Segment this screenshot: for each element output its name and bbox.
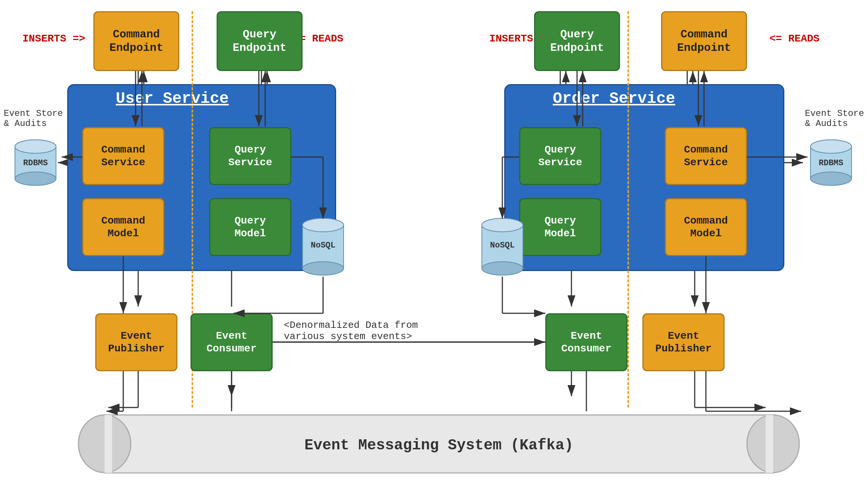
user-command-model: CommandModel bbox=[82, 198, 164, 256]
svg-point-39 bbox=[810, 172, 852, 185]
svg-text:RDBMS: RDBMS bbox=[819, 159, 843, 168]
user-query-model: QueryModel bbox=[209, 198, 291, 256]
order-command-model: CommandModel bbox=[665, 198, 747, 256]
user-rdbms: RDBMS bbox=[11, 138, 60, 189]
order-event-consumer: EventConsumer bbox=[545, 313, 627, 371]
user-query-endpoint: QueryEndpoint bbox=[217, 11, 303, 71]
order-rdbms: RDBMS bbox=[807, 138, 855, 189]
order-reads-label: <= READS bbox=[769, 33, 819, 44]
svg-point-40 bbox=[810, 140, 852, 153]
user-event-consumer: EventConsumer bbox=[190, 313, 273, 371]
user-query-service: QueryService bbox=[209, 127, 291, 185]
order-query-model: QueryModel bbox=[519, 198, 601, 256]
user-command-service: CommandService bbox=[82, 127, 164, 185]
svg-text:RDBMS: RDBMS bbox=[23, 159, 48, 168]
svg-point-44 bbox=[482, 262, 523, 275]
svg-point-34 bbox=[303, 262, 344, 275]
user-nosql: NoSQL bbox=[299, 217, 347, 279]
user-event-publisher: EventPublisher bbox=[95, 313, 177, 371]
user-event-store-label: Event Store& Audits bbox=[4, 108, 63, 129]
svg-point-29 bbox=[15, 172, 56, 185]
order-query-service: QueryService bbox=[519, 127, 601, 185]
denormalized-label: <Denormalized Data fromvarious system ev… bbox=[284, 320, 418, 342]
user-command-endpoint: CommandEndpoint bbox=[93, 11, 179, 71]
svg-point-30 bbox=[15, 140, 56, 153]
svg-point-45 bbox=[482, 218, 523, 232]
user-inserts-label: INSERTS => bbox=[22, 33, 85, 44]
order-query-endpoint: QueryEndpoint bbox=[534, 11, 620, 71]
svg-rect-51 bbox=[766, 415, 773, 473]
user-service-title: User Service bbox=[116, 90, 229, 108]
order-command-endpoint: CommandEndpoint bbox=[661, 11, 747, 71]
svg-text:Event Messaging System (Kafka): Event Messaging System (Kafka) bbox=[304, 437, 573, 454]
svg-text:NoSQL: NoSQL bbox=[311, 241, 335, 250]
order-service-title: Order Service bbox=[553, 90, 675, 108]
svg-text:NoSQL: NoSQL bbox=[490, 241, 515, 250]
order-nosql: NoSQL bbox=[478, 217, 527, 279]
order-event-store-label: Event Store& Audits bbox=[805, 108, 864, 129]
order-dashed-line bbox=[627, 11, 629, 407]
order-command-service: CommandService bbox=[665, 127, 747, 185]
diagram: INSERTS => <= READS CommandEndpoint Quer… bbox=[0, 0, 868, 486]
order-event-publisher: EventPublisher bbox=[642, 313, 725, 371]
kafka-cylinder: Event Messaging System (Kafka) bbox=[75, 411, 803, 479]
svg-point-35 bbox=[303, 218, 344, 232]
svg-rect-50 bbox=[105, 415, 112, 473]
